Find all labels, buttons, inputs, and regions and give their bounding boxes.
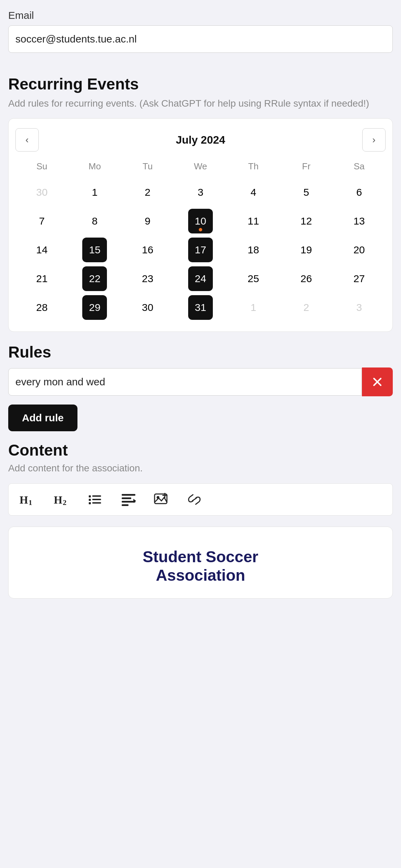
link-btn[interactable] bbox=[184, 490, 205, 509]
calendar-day[interactable]: 24 bbox=[188, 266, 213, 291]
image-btn[interactable] bbox=[151, 490, 172, 509]
email-input[interactable] bbox=[8, 25, 393, 53]
image-icon bbox=[154, 493, 169, 506]
calendar-day[interactable]: 17 bbox=[188, 238, 213, 262]
calendar-header: ‹ July 2024 › bbox=[15, 128, 386, 152]
calendar-day-cell: 9 bbox=[121, 207, 174, 236]
calendar-day-cell: 15 bbox=[68, 236, 121, 264]
calendar-next-btn[interactable]: › bbox=[362, 128, 386, 152]
calendar-day-cell: 30 bbox=[15, 178, 68, 207]
calendar-day-cell: 2 bbox=[121, 178, 174, 207]
calendar-day[interactable]: 8 bbox=[82, 209, 107, 233]
list-icon bbox=[88, 493, 103, 506]
recurring-events-title: Recurring Events bbox=[8, 75, 393, 93]
h2-btn[interactable]: H 2 bbox=[51, 490, 73, 509]
calendar-day[interactable]: 9 bbox=[135, 209, 160, 233]
add-rule-button[interactable]: Add rule bbox=[8, 405, 77, 431]
calendar-day[interactable]: 16 bbox=[135, 238, 160, 262]
weekday-th: Th bbox=[227, 161, 280, 178]
calendar-day[interactable]: 21 bbox=[29, 266, 54, 291]
calendar-day[interactable]: 20 bbox=[347, 238, 372, 262]
calendar-day[interactable]: 30 bbox=[29, 180, 54, 205]
calendar-day[interactable]: 22 bbox=[82, 266, 107, 291]
content-toolbar: H 1 H 2 bbox=[8, 483, 393, 516]
rule-input[interactable] bbox=[8, 368, 362, 396]
rule-delete-btn[interactable] bbox=[362, 367, 393, 396]
content-subtitle: Add content for the association. bbox=[8, 463, 393, 474]
calendar-day[interactable]: 25 bbox=[241, 266, 266, 291]
x-icon bbox=[371, 376, 384, 388]
svg-rect-11 bbox=[92, 502, 101, 504]
weekday-sa: Sa bbox=[333, 161, 386, 178]
content-title: Content bbox=[8, 441, 393, 459]
calendar-day-cell: 31 bbox=[174, 293, 227, 322]
calendar-day-cell: 12 bbox=[280, 207, 332, 236]
calendar-day[interactable]: 3 bbox=[188, 180, 213, 205]
calendar-day-cell: 7 bbox=[15, 207, 68, 236]
list-btn[interactable] bbox=[85, 490, 106, 509]
calendar-day-cell: 14 bbox=[15, 236, 68, 264]
calendar-day[interactable]: 28 bbox=[29, 295, 54, 320]
calendar-day[interactable]: 6 bbox=[347, 180, 372, 205]
link-icon bbox=[187, 493, 202, 506]
calendar-day[interactable]: 13 bbox=[347, 209, 372, 233]
rules-title: Rules bbox=[8, 343, 393, 361]
calendar-day[interactable]: 3 bbox=[347, 295, 372, 320]
recurring-events-section: Recurring Events Add rules for recurring… bbox=[0, 53, 401, 332]
calendar-day-cell: 18 bbox=[227, 236, 280, 264]
calendar: ‹ July 2024 › Su Mo Tu We Th Fr Sa 30123… bbox=[8, 118, 393, 332]
calendar-day-cell: 22 bbox=[68, 264, 121, 293]
calendar-day-cell: 26 bbox=[280, 264, 332, 293]
calendar-day-cell: 3 bbox=[333, 293, 386, 322]
align-btn[interactable] bbox=[118, 490, 139, 509]
weekday-tu: Tu bbox=[121, 161, 174, 178]
h1-btn[interactable]: H 1 bbox=[17, 490, 39, 509]
calendar-day[interactable]: 23 bbox=[135, 266, 160, 291]
calendar-week-row: 78910111213 bbox=[15, 207, 386, 236]
align-icon bbox=[121, 493, 136, 506]
calendar-day-cell: 1 bbox=[227, 293, 280, 322]
calendar-day-cell: 5 bbox=[280, 178, 332, 207]
calendar-day[interactable]: 26 bbox=[294, 266, 319, 291]
calendar-day[interactable]: 19 bbox=[294, 238, 319, 262]
calendar-day[interactable]: 27 bbox=[347, 266, 372, 291]
svg-text:2: 2 bbox=[63, 498, 66, 506]
calendar-day[interactable]: 2 bbox=[294, 295, 319, 320]
preview-card: Student Soccer Association bbox=[8, 527, 393, 599]
calendar-day[interactable]: 10 bbox=[188, 209, 213, 233]
calendar-day[interactable]: 29 bbox=[82, 295, 107, 320]
calendar-day-cell: 27 bbox=[333, 264, 386, 293]
preview-title: Student Soccer Association bbox=[22, 547, 379, 584]
calendar-day-cell: 21 bbox=[15, 264, 68, 293]
calendar-day[interactable]: 31 bbox=[188, 295, 213, 320]
svg-rect-7 bbox=[92, 495, 101, 497]
calendar-day[interactable]: 15 bbox=[82, 238, 107, 262]
calendar-week-row: 28293031123 bbox=[15, 293, 386, 322]
calendar-day-cell: 16 bbox=[121, 236, 174, 264]
calendar-day[interactable]: 1 bbox=[241, 295, 266, 320]
calendar-prev-btn[interactable]: ‹ bbox=[15, 128, 39, 152]
calendar-day[interactable]: 18 bbox=[241, 238, 266, 262]
h2-icon: H 2 bbox=[54, 493, 70, 506]
calendar-day-cell: 3 bbox=[174, 178, 227, 207]
calendar-week-row: 21222324252627 bbox=[15, 264, 386, 293]
rule-row bbox=[8, 367, 393, 396]
calendar-day[interactable]: 11 bbox=[241, 209, 266, 233]
calendar-day-cell: 2 bbox=[280, 293, 332, 322]
svg-text:H: H bbox=[54, 494, 62, 506]
calendar-day[interactable]: 14 bbox=[29, 238, 54, 262]
calendar-day[interactable]: 12 bbox=[294, 209, 319, 233]
calendar-day[interactable]: 4 bbox=[241, 180, 266, 205]
weekday-we: We bbox=[174, 161, 227, 178]
calendar-day[interactable]: 7 bbox=[29, 209, 54, 233]
calendar-day-cell: 19 bbox=[280, 236, 332, 264]
calendar-day[interactable]: 1 bbox=[82, 180, 107, 205]
svg-rect-8 bbox=[89, 499, 91, 501]
calendar-day[interactable]: 30 bbox=[135, 295, 160, 320]
svg-rect-15 bbox=[122, 504, 129, 506]
calendar-day-cell: 30 bbox=[121, 293, 174, 322]
calendar-day[interactable]: 5 bbox=[294, 180, 319, 205]
calendar-day[interactable]: 2 bbox=[135, 180, 160, 205]
calendar-weekday-row: Su Mo Tu We Th Fr Sa bbox=[15, 161, 386, 178]
calendar-day-cell: 24 bbox=[174, 264, 227, 293]
